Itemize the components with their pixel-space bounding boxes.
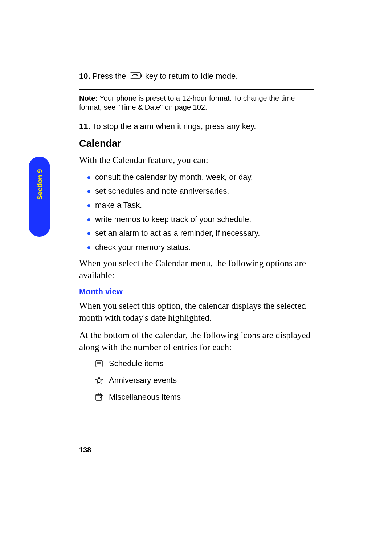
step-11-text: To stop the alarm when it rings, press a… xyxy=(93,121,256,132)
menu-intro: When you select the Calendar menu, the f… xyxy=(79,258,314,281)
heading-calendar: Calendar xyxy=(79,138,314,149)
subheading-month-view: Month view xyxy=(79,287,314,296)
note-body: Your phone is preset to a 12-hour format… xyxy=(79,94,295,111)
page-content: 10. Press the key to return to Idle mode… xyxy=(0,0,392,402)
step-11-number: 11. xyxy=(79,121,90,132)
month-view-para-2: At the bottom of the calendar, the follo… xyxy=(79,329,314,353)
list-item: consult the calendar by month, week, or … xyxy=(87,172,314,183)
misc-icon xyxy=(94,393,105,401)
icon-legend: Schedule items Anniversary events xyxy=(94,359,314,402)
icon-row: Schedule items xyxy=(94,359,314,368)
note-label: Note: xyxy=(79,94,98,102)
list-item: make a Task. xyxy=(87,200,314,211)
note-text: Note: Your phone is preset to a 12-hour … xyxy=(79,94,314,112)
list-item: write memos to keep track of your schedu… xyxy=(87,214,314,225)
step-11: 11. To stop the alarm when it rings, pre… xyxy=(79,121,314,132)
month-view-para-1: When you select this option, the calenda… xyxy=(79,300,314,324)
feature-list: consult the calendar by month, week, or … xyxy=(87,172,314,253)
step-10-text-before: Press the xyxy=(93,72,128,81)
icon-label: Anniversary events xyxy=(109,376,177,385)
svg-rect-6 xyxy=(96,394,102,400)
step-10: 10. Press the key to return to Idle mode… xyxy=(79,71,314,82)
list-item: check your memory status. xyxy=(87,242,314,253)
list-item: set an alarm to act as a reminder, if ne… xyxy=(87,228,314,239)
calendar-intro: With the Calendar feature, you can: xyxy=(79,154,314,166)
icon-row: Miscellaneous items xyxy=(94,392,314,402)
list-item: set schedules and note anniversaries. xyxy=(87,186,314,197)
icon-row: Anniversary events xyxy=(94,376,314,385)
svg-point-1 xyxy=(138,76,139,77)
step-10-text-after: key to return to Idle mode. xyxy=(145,72,238,81)
end-call-key-icon xyxy=(130,72,142,82)
anniversary-icon xyxy=(94,376,105,385)
divider-top xyxy=(79,89,314,90)
icon-label: Miscellaneous items xyxy=(109,392,181,402)
icon-label: Schedule items xyxy=(109,359,163,368)
step-10-number: 10. xyxy=(79,71,90,82)
schedule-icon xyxy=(94,360,105,368)
page-number: 138 xyxy=(79,446,91,454)
divider-bottom xyxy=(79,114,314,114)
